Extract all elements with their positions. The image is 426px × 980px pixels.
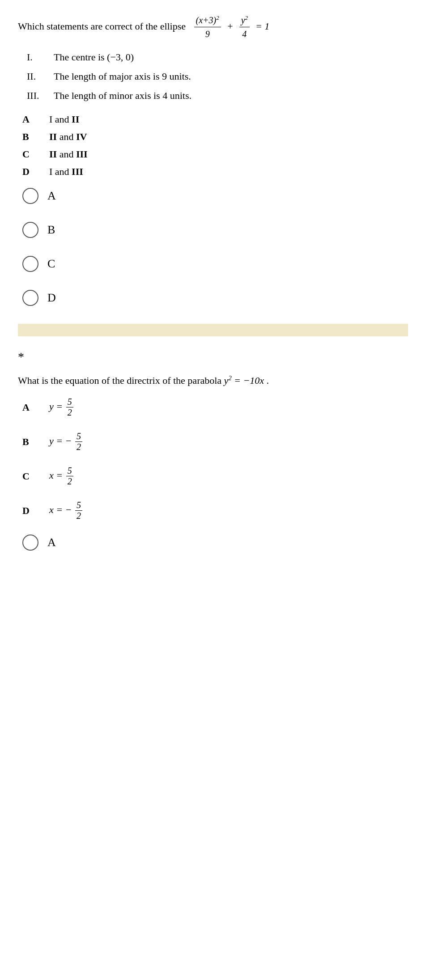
frac-1-den: 9 <box>204 27 212 41</box>
q2-option-C: C x = 5 2 <box>22 466 408 487</box>
q2-radio-A-circle[interactable] <box>22 535 38 551</box>
option-B-text: II and IV <box>49 129 87 144</box>
q2-equation: y2 = −10x <box>224 375 264 386</box>
frac-2: y2 4 <box>239 13 250 41</box>
statement-I-text: The centre is (−3, 0) <box>54 50 134 64</box>
q1-radio-C-circle[interactable] <box>22 256 38 272</box>
statement-II-text: The length of major axis is 9 units. <box>54 69 191 84</box>
q1-radio-group: A B C D <box>22 188 408 306</box>
question-2: * What is the equation of the directrix … <box>18 350 408 551</box>
answer-options: A I and II B II and IV C II and III D I … <box>22 112 408 179</box>
statement-II: II. The length of major axis is 9 units. <box>27 69 408 84</box>
q2-option-A-letter: A <box>22 402 49 413</box>
option-B-letter: B <box>22 129 49 144</box>
option-A-text: I and II <box>49 112 79 127</box>
option-D-letter: D <box>22 164 49 179</box>
q2-radio-A[interactable]: A <box>22 535 408 551</box>
q1-radio-D-circle[interactable] <box>22 290 38 306</box>
q2-option-D-letter: D <box>22 505 49 517</box>
option-A: A I and II <box>22 112 408 127</box>
q2-option-B-letter: B <box>22 436 49 448</box>
statement-III-text: The length of minor axis is 4 units. <box>54 88 192 103</box>
option-B: B II and IV <box>22 129 408 144</box>
q1-radio-D-label: D <box>47 291 56 305</box>
statement-I-label: I. <box>27 50 54 64</box>
q2-radio-A-label: A <box>47 536 56 549</box>
q1-radio-A-label: A <box>47 189 56 203</box>
frac-1: (x+3)2 9 <box>194 13 221 41</box>
frac-2-den: 4 <box>240 27 248 41</box>
q2-option-A-expr: y = 5 2 <box>49 397 74 418</box>
q2-option-C-letter: C <box>22 471 49 482</box>
q2-option-A: A y = 5 2 <box>22 397 408 418</box>
q2-option-D: D x = − 5 2 <box>22 500 408 521</box>
question-2-text: What is the equation of the directrix of… <box>18 373 408 388</box>
option-C-letter: C <box>22 147 49 161</box>
q1-radio-C-label: C <box>47 257 55 271</box>
star-marker: * <box>18 350 408 364</box>
q2-option-D-expr: x = − 5 2 <box>49 500 83 521</box>
statement-III: III. The length of minor axis is 4 units… <box>27 88 408 103</box>
frac-2-num: y2 <box>239 13 250 27</box>
q2-answer-options: A y = 5 2 B y = − 5 2 C x = <box>22 397 408 521</box>
option-A-letter: A <box>22 112 49 127</box>
option-C-text: II and III <box>49 147 88 161</box>
q1-radio-B-circle[interactable] <box>22 222 38 238</box>
q2-option-B-expr: y = − 5 2 <box>49 431 83 452</box>
q1-radio-C[interactable]: C <box>22 256 408 272</box>
q1-radio-B-label: B <box>47 223 55 237</box>
q2-option-C-expr: x = 5 2 <box>49 466 74 487</box>
question-1-text: Which statements are correct of the elli… <box>18 13 408 41</box>
q1-radio-B[interactable]: B <box>22 222 408 238</box>
q1-radio-D[interactable]: D <box>22 290 408 306</box>
statement-I: I. The centre is (−3, 0) <box>27 50 408 64</box>
q2-radio-group: A <box>22 535 408 551</box>
q1-radio-A[interactable]: A <box>22 188 408 204</box>
question-1: Which statements are correct of the elli… <box>18 13 408 306</box>
statement-III-label: III. <box>27 88 54 103</box>
statements-list: I. The centre is (−3, 0) II. The length … <box>27 50 408 103</box>
q2-option-B: B y = − 5 2 <box>22 431 408 452</box>
statement-II-label: II. <box>27 69 54 84</box>
question-1-intro: Which statements are correct of the elli… <box>18 21 186 32</box>
frac-1-num: (x+3)2 <box>194 13 221 27</box>
option-D: D I and III <box>22 164 408 179</box>
section-divider <box>18 324 408 336</box>
option-C: C II and III <box>22 147 408 161</box>
q2-period: . <box>267 375 269 386</box>
option-D-text: I and III <box>49 164 83 179</box>
q1-radio-A-circle[interactable] <box>22 188 38 204</box>
equation-container: (x+3)2 9 + y2 4 = 1 <box>193 21 270 32</box>
question-2-intro: What is the equation of the directrix of… <box>18 375 224 386</box>
